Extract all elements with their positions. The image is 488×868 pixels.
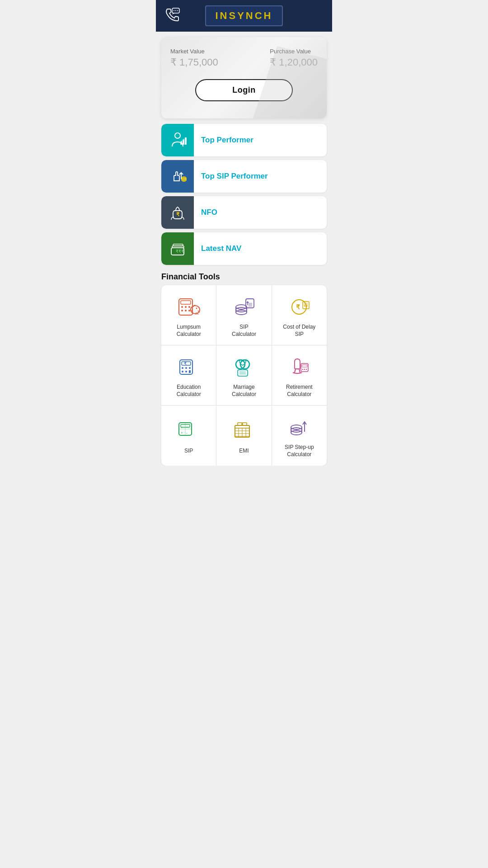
svg-text:-: - (306, 301, 308, 304)
purchase-value-block: Purchase Value ₹ 1,20,000 (270, 48, 318, 68)
card-values: Market Value ₹ 1,75,000 Purchase Value ₹… (170, 48, 318, 68)
svg-text:₹: ₹ (296, 303, 300, 311)
svg-point-60 (304, 368, 305, 369)
svg-point-22 (185, 310, 187, 311)
tool-retirement-calculator[interactable]: RetirementCalculator (272, 345, 327, 405)
tool-sip-calculator[interactable]: SIPCalculator (216, 285, 272, 345)
svg-rect-58 (302, 365, 307, 367)
svg-text:+: + (181, 431, 183, 435)
svg-point-3 (177, 10, 178, 11)
svg-text:÷: ÷ (306, 304, 308, 307)
tools-row-2: ₹ EducationCalculator (161, 345, 327, 406)
svg-point-27 (236, 307, 247, 312)
svg-point-50 (185, 371, 187, 373)
svg-point-81 (291, 428, 302, 432)
lumpsum-icon (175, 294, 202, 319)
svg-text:₹: ₹ (176, 212, 179, 217)
svg-point-47 (185, 367, 187, 369)
svg-point-23 (188, 310, 190, 311)
purchase-value-label: Purchase Value (270, 48, 318, 55)
svg-rect-54 (238, 370, 248, 376)
menu-list: Top Performer Top SIP Performer (161, 124, 327, 265)
svg-rect-14 (173, 244, 183, 246)
svg-point-49 (182, 371, 183, 373)
svg-point-18 (181, 306, 183, 308)
svg-point-26 (236, 310, 247, 315)
tool-cost-of-delay-sip[interactable]: ₹ + - × ÷ Cost of DelaySIP (272, 285, 327, 345)
nfo-label: NFO (194, 208, 225, 217)
tools-row-1: LumpsumCalculator S (161, 285, 327, 345)
latest-nav-label: Latest NAV (194, 244, 249, 253)
login-button-wrapper: Login (170, 79, 318, 101)
latest-nav-icon-box: ₹₹₹ (161, 232, 194, 265)
purchase-value-amount: ₹ 1,20,000 (270, 57, 318, 68)
top-performer-label: Top Performer (194, 136, 261, 145)
sip2-label: SIP (184, 448, 193, 455)
market-value-label: Market Value (170, 48, 218, 55)
menu-item-top-performer[interactable]: Top Performer (161, 124, 327, 156)
tool-marriage-calculator[interactable]: MarriageCalculator (216, 345, 272, 405)
tool-education-calculator[interactable]: ₹ EducationCalculator (161, 345, 216, 405)
tool-emi[interactable]: EMI (216, 406, 272, 465)
top-sip-performer-label: Top SIP Performer (194, 172, 275, 181)
market-value-amount: ₹ 1,75,000 (170, 57, 218, 68)
svg-text:₹: ₹ (184, 361, 187, 366)
tool-sip-stepup-calculator[interactable]: SIP Step-up Calculator (272, 406, 327, 465)
svg-point-2 (175, 10, 176, 11)
svg-point-48 (189, 367, 191, 369)
svg-text:×: × (181, 426, 183, 429)
svg-rect-17 (181, 301, 191, 304)
login-button[interactable]: Login (195, 79, 292, 101)
svg-rect-6 (183, 139, 184, 145)
svg-text:÷: ÷ (186, 426, 188, 429)
top-sip-performer-icon-box (161, 160, 194, 193)
market-value-block: Market Value ₹ 1,75,000 (170, 48, 218, 68)
retirement-calculator-icon (286, 354, 313, 379)
emi-label: EMI (239, 448, 249, 455)
education-calculator-icon: ₹ (175, 354, 202, 379)
sip2-icon: + - × ÷ (175, 418, 202, 443)
svg-point-20 (188, 306, 190, 308)
app-logo: INSYNCH (205, 5, 282, 26)
svg-text:-: - (186, 431, 188, 435)
svg-rect-51 (189, 370, 191, 373)
svg-text:+: + (304, 301, 305, 304)
nfo-icon-box: ₹ (161, 196, 194, 229)
emi-icon (230, 418, 258, 443)
marriage-calculator-label: MarriageCalculator (232, 384, 256, 398)
financial-tools-grid: LumpsumCalculator S (161, 285, 327, 466)
svg-point-28 (236, 305, 247, 309)
tool-sip2[interactable]: + - × ÷ SIP (161, 406, 216, 465)
phone-icon-button[interactable] (163, 7, 180, 24)
menu-item-nfo[interactable]: ₹ NFO (161, 196, 327, 229)
svg-point-79 (241, 423, 243, 425)
app-header: INSYNCH (156, 0, 332, 32)
svg-point-61 (306, 368, 307, 369)
svg-point-25 (196, 307, 197, 309)
svg-text:₹₹₹: ₹₹₹ (176, 249, 184, 254)
svg-point-80 (291, 430, 302, 435)
sip-calculator-label: SIPCalculator (232, 324, 256, 338)
svg-point-19 (185, 306, 187, 308)
sip-calculator-icon (230, 294, 258, 319)
marriage-calculator-icon (230, 354, 258, 379)
financial-tools-title: Financial Tools (161, 272, 327, 282)
svg-point-59 (302, 368, 303, 369)
lumpsum-label: LumpsumCalculator (177, 324, 201, 338)
tools-row-3: + - × ÷ SIP (161, 406, 327, 465)
top-performer-icon-box (161, 124, 194, 156)
menu-item-top-sip-performer[interactable]: Top SIP Performer (161, 160, 327, 193)
svg-point-82 (291, 425, 302, 429)
education-calculator-label: EducationCalculator (177, 384, 201, 398)
svg-text:×: × (304, 304, 305, 307)
svg-point-21 (181, 310, 183, 311)
svg-point-4 (175, 133, 180, 138)
dashboard-card: Market Value ₹ 1,75,000 Purchase Value ₹… (161, 37, 327, 118)
sip-stepup-label: SIP Step-up Calculator (276, 444, 323, 458)
retirement-calculator-label: RetirementCalculator (286, 384, 313, 398)
cost-of-delay-icon: ₹ + - × ÷ (286, 294, 313, 319)
sip-stepup-icon (286, 415, 313, 439)
menu-item-latest-nav[interactable]: ₹₹₹ Latest NAV (161, 232, 327, 265)
tool-lumpsum-calculator[interactable]: LumpsumCalculator (161, 285, 216, 345)
svg-rect-7 (185, 137, 187, 145)
